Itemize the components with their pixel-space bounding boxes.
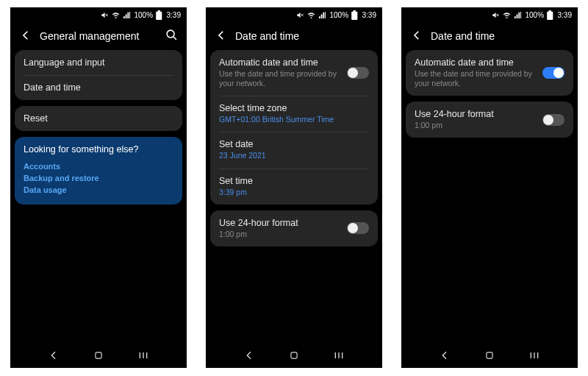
settings-card: Automatic date and time Use the date and…: [210, 50, 378, 205]
battery-text: 100%: [525, 11, 544, 19]
signal-icon: [318, 10, 326, 19]
settings-card: Use 24-hour format 1:00 pm: [210, 210, 378, 246]
settings-row[interactable]: Automatic date and time Use the date and…: [406, 50, 573, 96]
settings-row-sub: Use the date and time provided by your n…: [219, 69, 340, 88]
mute-icon: [101, 10, 109, 19]
screen-title: Date and time: [235, 30, 373, 42]
nav-back-icon[interactable]: [437, 348, 452, 363]
settings-row[interactable]: Automatic date and time Use the date and…: [210, 50, 378, 96]
promo-link[interactable]: Data usage: [24, 184, 173, 196]
nav-home-icon[interactable]: [91, 348, 106, 363]
settings-row-title: Set time: [219, 176, 369, 186]
battery-icon: [351, 10, 358, 20]
nav-recents-icon[interactable]: [136, 348, 151, 363]
settings-row-title: Date and time: [24, 82, 173, 93]
toggle-switch[interactable]: [347, 67, 369, 79]
svg-rect-3: [487, 352, 492, 358]
promo-heading: Looking for something else?: [24, 144, 173, 155]
phone-screen: 100% 3:39 General management Language an…: [10, 7, 187, 368]
status-time: 3:39: [167, 11, 181, 19]
status-bar: 100% 3:39: [10, 7, 187, 22]
svg-point-0: [167, 30, 174, 38]
screen-content: Automatic date and time Use the date and…: [401, 50, 578, 343]
wifi-icon: [307, 10, 315, 19]
nav-home-icon[interactable]: [482, 348, 497, 363]
settings-row-sub: Use the date and time provided by your n…: [415, 69, 535, 88]
screen-content: Language and input Date and time Reset L…: [10, 50, 187, 343]
nav-back-icon[interactable]: [242, 348, 257, 363]
status-bar: 100% 3:39: [206, 7, 382, 22]
settings-card: Automatic date and time Use the date and…: [406, 50, 573, 96]
signal-icon: [514, 10, 522, 19]
settings-row-title: Automatic date and time: [415, 57, 535, 68]
nav-bar: [401, 343, 578, 368]
back-icon[interactable]: [410, 29, 423, 44]
mute-icon: [492, 10, 500, 19]
settings-row-sub: GMT+01:00 British Summer Time: [219, 115, 369, 124]
settings-row[interactable]: Use 24-hour format 1:00 pm: [406, 102, 573, 138]
back-icon[interactable]: [215, 29, 228, 44]
settings-row[interactable]: Select time zone GMT+01:00 British Summe…: [210, 96, 378, 132]
toggle-switch[interactable]: [542, 67, 564, 79]
settings-row[interactable]: Date and time: [15, 75, 182, 100]
nav-bar: [206, 343, 382, 368]
settings-row-title: Use 24-hour format: [415, 109, 535, 119]
settings-row[interactable]: Set time 3:39 pm: [210, 169, 378, 205]
battery-icon: [547, 10, 553, 20]
battery-text: 100%: [134, 11, 153, 19]
status-time: 3:39: [558, 11, 572, 19]
settings-row-title: Use 24-hour format: [219, 218, 340, 228]
toggle-switch[interactable]: [347, 222, 369, 234]
status-bar: 100% 3:39: [401, 7, 578, 22]
status-time: 3:39: [362, 11, 376, 19]
settings-card: Use 24-hour format 1:00 pm: [406, 102, 573, 138]
screen-header: General management: [10, 22, 187, 50]
settings-row-title: Automatic date and time: [219, 57, 340, 68]
screen-content: Automatic date and time Use the date and…: [206, 50, 382, 343]
phone-screen: 100% 3:39 Date and time Automatic date a…: [401, 7, 578, 368]
svg-rect-1: [96, 352, 101, 358]
battery-text: 100%: [329, 11, 348, 19]
nav-recents-icon[interactable]: [331, 348, 346, 363]
screen-header: Date and time: [401, 22, 578, 50]
nav-back-icon[interactable]: [46, 348, 61, 363]
svg-rect-2: [291, 352, 297, 358]
settings-card: Language and input Date and time: [15, 50, 182, 100]
back-icon[interactable]: [19, 29, 32, 44]
nav-recents-icon[interactable]: [527, 348, 542, 363]
wifi-icon: [112, 10, 120, 19]
settings-card: Reset: [15, 106, 182, 131]
search-icon[interactable]: [165, 29, 178, 43]
battery-icon: [156, 10, 162, 20]
settings-row-sub: 23 June 2021: [219, 151, 369, 160]
settings-row[interactable]: Set date 23 June 2021: [210, 132, 378, 168]
settings-row[interactable]: Reset: [15, 106, 182, 131]
screen-title: Date and time: [431, 30, 569, 42]
signal-icon: [123, 10, 131, 19]
nav-bar: [10, 343, 187, 368]
promo-link[interactable]: Backup and restore: [24, 172, 173, 184]
settings-row[interactable]: Language and input: [15, 50, 182, 75]
screen-title: General management: [40, 30, 158, 42]
settings-row-title: Language and input: [24, 57, 173, 68]
settings-row[interactable]: Use 24-hour format 1:00 pm: [210, 210, 378, 246]
promo-card: Looking for something else? AccountsBack…: [15, 137, 182, 205]
phone-screen: 100% 3:39 Date and time Automatic date a…: [206, 7, 382, 368]
toggle-switch[interactable]: [542, 114, 564, 126]
settings-row-title: Select time zone: [219, 103, 369, 113]
wifi-icon: [503, 10, 511, 19]
nav-home-icon[interactable]: [287, 348, 301, 363]
settings-row-sub: 1:00 pm: [219, 230, 340, 239]
settings-row-sub: 3:39 pm: [219, 188, 369, 197]
promo-link[interactable]: Accounts: [24, 160, 173, 172]
settings-row-title: Set date: [219, 139, 369, 149]
settings-row-sub: 1:00 pm: [415, 121, 535, 130]
mute-icon: [296, 10, 304, 19]
settings-row-title: Reset: [24, 113, 173, 124]
screen-header: Date and time: [206, 22, 382, 50]
